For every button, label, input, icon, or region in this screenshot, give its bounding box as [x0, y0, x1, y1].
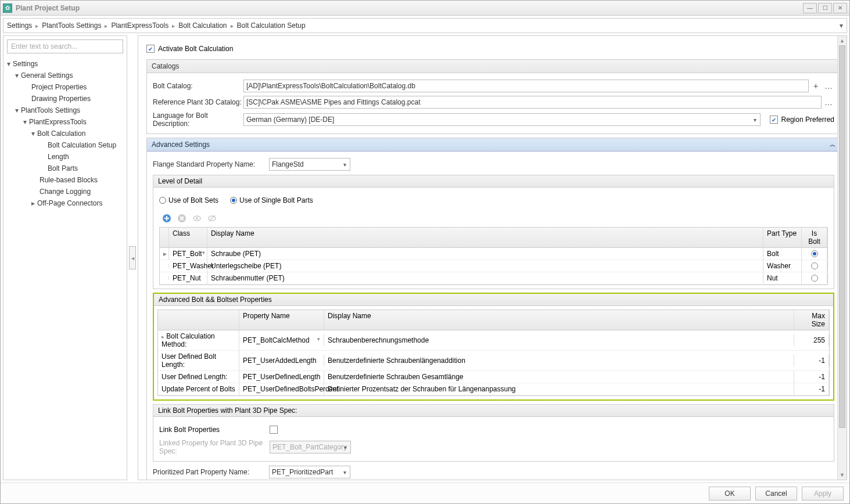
- settings-tree[interactable]: ▾Settings ▾General Settings Project Prop…: [7, 58, 123, 209]
- ok-button[interactable]: OK: [709, 487, 751, 501]
- collapse-icon[interactable]: ︽: [830, 141, 835, 149]
- chevron-right-icon: ▸: [171, 23, 176, 29]
- close-button[interactable]: ✕: [833, 3, 847, 13]
- breadcrumb: Settings▸ PlantTools Settings▸ PlantExpr…: [3, 18, 847, 33]
- table-row[interactable]: PET_Washer Unterlegscheibe (PET) Washer: [160, 260, 827, 272]
- svg-point-3: [196, 217, 198, 219]
- advanced-settings-section: Advanced Settings︽ Flange Standard Prope…: [146, 138, 841, 480]
- language-label: Language for Bolt Description:: [153, 111, 243, 128]
- apply-button[interactable]: Apply: [802, 487, 844, 501]
- maximize-button[interactable]: ☐: [818, 3, 832, 13]
- table-row[interactable]: User Defined Length: PET_UserDefinedLeng…: [158, 371, 829, 383]
- prioritized-part-dropdown[interactable]: PET_PrioritizedPart: [269, 466, 350, 478]
- breadcrumb-item[interactable]: PlantExpressTools: [111, 21, 168, 30]
- eye-show-icon[interactable]: [191, 212, 203, 225]
- link-bolt-props-label: Link Bolt Properties: [159, 426, 270, 434]
- breadcrumb-expand-icon[interactable]: ▾: [840, 21, 843, 30]
- link-bolt-properties-group: Link Bolt Properties with Plant 3D Pipe …: [153, 404, 834, 462]
- breadcrumb-item[interactable]: PlantTools Settings: [42, 21, 101, 30]
- isbolt-radio[interactable]: [811, 262, 818, 269]
- ellipsis-icon[interactable]: …: [823, 96, 834, 108]
- tree-item-bolt-calculation-setup: Bolt Calculation Setup: [7, 139, 123, 151]
- col-propname[interactable]: Property Name: [239, 310, 324, 330]
- activate-bolt-calc-label: Activate Bolt Calculation: [158, 45, 233, 53]
- app-icon: ✿: [3, 3, 12, 13]
- ref-catalog-label: Reference Plant 3D Catalog:: [153, 98, 243, 106]
- bolt-parts-grid: Class Display Name Part Type Is Bolt ▸ P…: [159, 227, 828, 285]
- region-preferred-checkbox[interactable]: ✔: [770, 116, 778, 124]
- linked-prop-dropdown: PET_Bolt_PartCategory: [270, 441, 351, 453]
- table-row[interactable]: PET_Nut Schraubenmutter (PET) Nut: [160, 272, 827, 285]
- advanced-settings-header: Advanced Settings: [152, 141, 210, 149]
- region-preferred-label: Region Preferred: [781, 116, 834, 124]
- col-display[interactable]: Display Name: [207, 228, 763, 247]
- link-bolt-props-checkbox[interactable]: [270, 426, 278, 434]
- use-bolt-sets-radio[interactable]: Use of Bolt Sets: [159, 196, 218, 204]
- table-row[interactable]: ▸ PET_Bolt▾ Schraube (PET) Bolt: [160, 248, 827, 260]
- link-header: Link Bolt Properties with Plant 3D Pipe …: [158, 406, 297, 415]
- table-row[interactable]: User Defined Bolt Length: PET_UserAddedL…: [158, 351, 829, 371]
- vertical-scrollbar[interactable]: ▲ ▼: [837, 36, 847, 480]
- table-row[interactable]: Update Percent of Bolts PET_UserDefinedB…: [158, 383, 829, 395]
- app-window: ✿ Plant Project Setup — ☐ ✕ Settings▸ Pl…: [0, 0, 850, 504]
- bolt-catalog-input[interactable]: [AD]\PlantExpressTools\BoltCalculation\B…: [243, 80, 809, 92]
- titlebar: ✿ Plant Project Setup — ☐ ✕: [1, 1, 849, 16]
- advanced-bolt-properties-group: Advanced Bolt && Boltset Properties Prop…: [153, 293, 834, 401]
- ref-catalog-input[interactable]: [SC]\CPak ASME\ASME Pipes and Fittings C…: [243, 96, 822, 109]
- ellipsis-icon[interactable]: …: [823, 80, 834, 92]
- use-single-bolt-parts-radio[interactable]: Use of Single Bolt Parts: [230, 196, 313, 204]
- prioritized-part-label: Prioritized Part Property Name:: [153, 468, 269, 476]
- dialog-footer: OK Cancel Apply: [1, 483, 849, 503]
- content-panel: ✔ Activate Bolt Calculation Catalogs Bol…: [138, 35, 847, 480]
- isbolt-radio[interactable]: [811, 250, 818, 257]
- activate-bolt-calc-checkbox[interactable]: ✔: [146, 45, 155, 53]
- chevron-right-icon: ▸: [229, 23, 235, 29]
- delete-icon[interactable]: [175, 212, 188, 225]
- cancel-button[interactable]: Cancel: [755, 487, 797, 501]
- collapse-left-icon[interactable]: ◂: [129, 246, 136, 269]
- scroll-down-icon[interactable]: ▼: [838, 470, 847, 480]
- minimize-button[interactable]: —: [803, 3, 817, 13]
- col-isbolt[interactable]: Is Bolt: [802, 228, 827, 247]
- panel-splitter[interactable]: ◂: [127, 35, 138, 480]
- catalogs-section: Catalogs Bolt Catalog: [AD]\PlantExpress…: [146, 59, 841, 134]
- isbolt-radio[interactable]: [811, 275, 818, 282]
- window-title: Plant Project Setup: [16, 4, 803, 12]
- bolt-properties-grid: Property Name Display Name Max Size ▸ Bo…: [157, 309, 830, 396]
- bolt-catalog-label: Bolt Catalog:: [153, 82, 243, 90]
- plus-icon[interactable]: +: [810, 80, 822, 92]
- breadcrumb-item[interactable]: Settings: [7, 21, 32, 30]
- lod-header: Level of Detail: [158, 177, 202, 185]
- col-class[interactable]: Class: [169, 228, 207, 247]
- add-icon[interactable]: [160, 212, 173, 225]
- flange-std-label: Flange Standard Property Name:: [153, 160, 269, 168]
- chevron-right-icon: ▸: [34, 23, 40, 29]
- catalogs-header: Catalogs: [152, 62, 179, 70]
- flange-std-dropdown[interactable]: FlangeStd: [269, 158, 350, 171]
- linked-prop-label: Linked Property for Plant 3D Pipe Spec:: [159, 439, 270, 455]
- col-displayname[interactable]: Display Name: [324, 310, 794, 330]
- abp-header: Advanced Bolt && Boltset Properties: [159, 296, 272, 304]
- scroll-up-icon[interactable]: ▲: [838, 36, 847, 45]
- navigation-tree-panel: Enter text to search... ▾Settings ▾Gener…: [3, 35, 127, 480]
- search-input[interactable]: Enter text to search...: [7, 39, 123, 53]
- table-row[interactable]: ▸ Bolt Calculation Method: PET_BoltCalcM…: [158, 330, 829, 351]
- col-parttype[interactable]: Part Type: [763, 228, 802, 247]
- col-maxsize[interactable]: Max Size: [794, 310, 829, 330]
- language-dropdown[interactable]: German (Germany) [DE-DE]: [243, 113, 761, 126]
- chevron-right-icon: ▸: [103, 23, 109, 29]
- breadcrumb-item[interactable]: Bolt Calculation Setup: [237, 21, 306, 30]
- eye-hide-icon[interactable]: [206, 212, 218, 225]
- level-of-detail-group: Level of Detail Use of Bolt Sets Use of …: [153, 175, 834, 289]
- breadcrumb-item[interactable]: Bolt Calculation: [178, 21, 227, 30]
